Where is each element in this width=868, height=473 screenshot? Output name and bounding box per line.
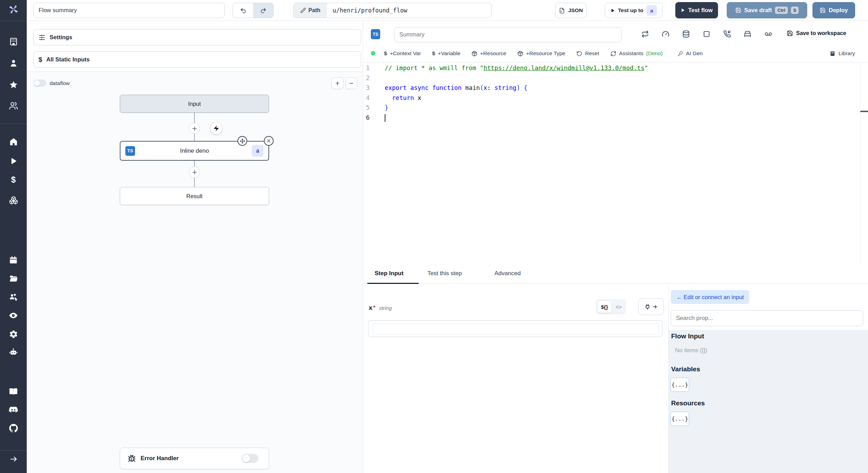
tab-test-this-step[interactable]: Test this step <box>427 270 462 277</box>
github-icon[interactable] <box>0 424 27 433</box>
connect-input-button[interactable] <box>638 298 664 315</box>
folders-icon[interactable] <box>0 274 27 283</box>
zoom-in-button[interactable]: + <box>332 77 343 89</box>
add-step-button-1[interactable] <box>189 123 200 134</box>
text-cursor <box>385 114 385 122</box>
user-icon[interactable] <box>0 59 27 68</box>
flow-settings-button[interactable]: Settings <box>33 29 361 45</box>
edit-path-button[interactable]: Path <box>294 3 327 18</box>
bolt-icon <box>213 125 219 132</box>
package-icon <box>517 51 523 57</box>
code-editor[interactable]: 1// import * as wmill from "https://deno… <box>363 63 860 265</box>
close-icon <box>266 138 271 143</box>
variables-object-chip[interactable]: {...} <box>670 378 689 392</box>
early-stop-gauge-icon[interactable] <box>662 30 669 38</box>
undo-redo-group <box>233 3 274 18</box>
test-up-to-label: Test up to <box>618 7 643 14</box>
save-icon <box>735 7 741 13</box>
discord-icon[interactable] <box>0 405 27 415</box>
ai-gen-button[interactable]: AI Gen <box>677 50 703 57</box>
flow-input-empty: No items ([]) <box>675 347 707 354</box>
active-tab-underline <box>367 283 419 284</box>
add-resource-button[interactable]: +Resource <box>471 50 506 57</box>
assistants-button[interactable]: Assistants (Deno) <box>610 50 663 57</box>
undo-button[interactable] <box>233 3 253 18</box>
groups-icon[interactable] <box>0 293 27 302</box>
code-lines: 1// import * as wmill from "https://deno… <box>363 63 860 123</box>
ts-badge: TS <box>371 29 380 39</box>
add-variable-button[interactable]: $+Variable <box>432 50 460 57</box>
reset-button[interactable]: Reset <box>576 50 599 57</box>
test-flow-button[interactable]: Test flow <box>675 2 718 18</box>
expr-mode-button[interactable]: ${} <box>597 301 612 313</box>
sidebar-separator <box>0 21 27 21</box>
sidebar: $ <box>0 0 27 473</box>
dataflow-toggle[interactable] <box>33 79 46 87</box>
flow-input-node[interactable]: Input <box>120 95 269 113</box>
json-button[interactable]: JSON <box>555 3 587 18</box>
summary-input[interactable] <box>394 27 621 42</box>
field-value-input[interactable] <box>368 320 662 337</box>
home-icon[interactable] <box>0 137 27 146</box>
flow-result-node[interactable]: Result <box>120 187 269 205</box>
edit-or-connect-button[interactable]: ← Edit or connect an input <box>671 290 749 304</box>
save-draft-button[interactable]: Save draft Ctrl S <box>727 2 807 18</box>
sleep-bed-icon[interactable] <box>744 30 751 38</box>
toolbar-divider <box>363 62 868 62</box>
add-context-var-button[interactable]: $+Context Var <box>384 50 421 57</box>
worker-settings-icon[interactable] <box>0 330 27 339</box>
save-draft-label: Save draft <box>744 7 772 14</box>
retry-icon[interactable] <box>641 30 649 38</box>
favorites-icon[interactable] <box>0 80 27 89</box>
tab-advanced[interactable]: Advanced <box>494 270 521 277</box>
variables-icon[interactable]: $ <box>0 175 27 184</box>
delete-step-button[interactable] <box>264 136 274 146</box>
audit-logs-icon[interactable] <box>0 311 27 320</box>
error-handler-toggle[interactable] <box>242 454 258 463</box>
all-static-inputs-button[interactable]: $ All Static Inputs <box>33 51 361 68</box>
step-id-badge: a <box>252 145 264 157</box>
ai-worker-icon[interactable] <box>0 348 27 357</box>
test-up-to-button[interactable]: Test up to a <box>605 3 662 18</box>
library-button[interactable]: Library <box>830 50 855 57</box>
mock-square-icon[interactable] <box>703 30 710 38</box>
save-to-workspace-button[interactable]: Save to workspace <box>787 30 846 36</box>
resources-icon[interactable] <box>0 196 27 205</box>
add-step-button-2[interactable] <box>189 167 200 178</box>
move-step-button[interactable] <box>237 136 247 146</box>
phone-incoming-icon[interactable] <box>723 30 731 38</box>
expand-icon[interactable] <box>0 455 27 463</box>
user-groups-icon[interactable] <box>0 101 27 110</box>
workspace-icon[interactable] <box>0 37 27 46</box>
tab-step-input[interactable]: Step Input <box>375 270 403 277</box>
code-line: 6 <box>363 113 860 123</box>
editor-overview-ruler[interactable] <box>860 63 868 265</box>
cache-database-icon[interactable] <box>682 30 690 38</box>
flow-summary-input[interactable] <box>33 3 225 18</box>
play-icon <box>610 8 615 13</box>
input-mode-toggle: ${} <> <box>596 299 626 314</box>
arrow-right-icon <box>652 304 658 310</box>
perpetual-voicemail-icon[interactable] <box>764 30 773 38</box>
windmill-logo-icon[interactable] <box>0 3 27 15</box>
runs-icon[interactable] <box>0 157 27 165</box>
dollar-icon: $ <box>432 50 435 57</box>
input-node-label: Input <box>188 101 201 107</box>
sidebar-separator <box>0 450 27 451</box>
error-handler-node[interactable]: Error Handler <box>120 448 269 469</box>
step-node-inline-deno[interactable]: TS Inline deno a <box>120 141 269 161</box>
resources-object-chip[interactable]: {...} <box>670 412 689 426</box>
field-value-inner-editor[interactable] <box>373 323 658 335</box>
deploy-button[interactable]: Deploy <box>812 2 855 18</box>
code-mode-button[interactable]: <> <box>612 304 625 310</box>
schedules-icon[interactable] <box>0 256 27 264</box>
zoom-out-button[interactable]: − <box>345 77 357 89</box>
path-value[interactable]: u/henri/profound_flow <box>327 3 491 18</box>
redo-button[interactable] <box>253 3 273 18</box>
resources-title: Resources <box>671 399 705 407</box>
docs-icon[interactable] <box>0 387 27 397</box>
add-resource-type-button[interactable]: +Resource Type <box>517 50 565 57</box>
variables-title: Variables <box>671 365 700 373</box>
trigger-button[interactable] <box>210 123 222 134</box>
search-prop-input[interactable] <box>671 310 863 326</box>
